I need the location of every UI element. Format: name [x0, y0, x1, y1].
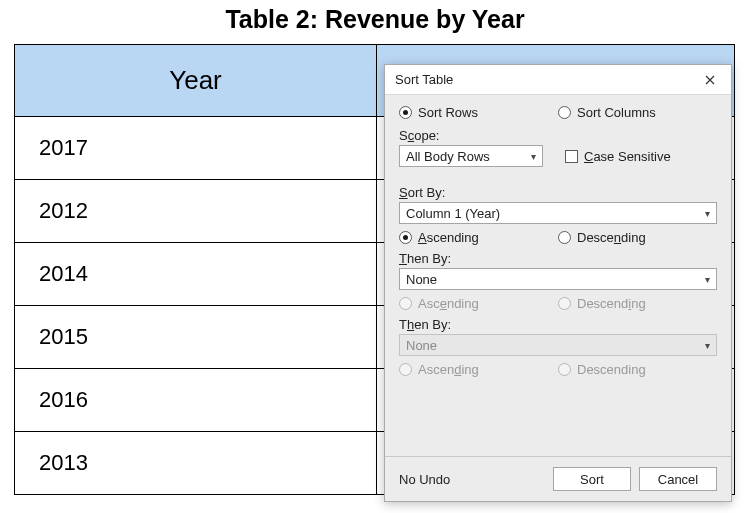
radio-icon [399, 297, 412, 310]
radio-icon [399, 363, 412, 376]
radio-icon [558, 231, 571, 244]
radio-label: Ascending [418, 296, 479, 311]
sort-table-dialog: Sort Table Sort Rows Sort Columns Scope:… [384, 64, 732, 502]
thenby1-label: Then By: [399, 251, 717, 266]
scope-select[interactable]: All Body Rows ▾ [399, 145, 543, 167]
radio-label: Descending [577, 296, 646, 311]
select-value: Column 1 (Year) [406, 206, 500, 221]
chevron-down-icon: ▾ [705, 274, 710, 285]
checkbox-icon [565, 150, 578, 163]
close-icon [705, 75, 715, 85]
radio-label: Ascending [418, 230, 479, 245]
radio-label: Sort Rows [418, 105, 478, 120]
chevron-down-icon: ▾ [705, 340, 710, 351]
checkbox-label: Case Sensitive [584, 149, 671, 164]
chevron-down-icon: ▾ [531, 151, 536, 162]
radio-icon [399, 106, 412, 119]
sortby-select[interactable]: Column 1 (Year) ▾ [399, 202, 717, 224]
sortby-label: Sort By: [399, 185, 717, 200]
year-cell[interactable]: 2016 [15, 369, 377, 432]
radio-label: Descending [577, 362, 646, 377]
radio-icon [558, 106, 571, 119]
year-cell[interactable]: 2014 [15, 243, 377, 306]
year-cell[interactable]: 2017 [15, 117, 377, 180]
thenby2-descending-radio: Descending [558, 362, 717, 377]
year-cell[interactable]: 2015 [15, 306, 377, 369]
chevron-down-icon: ▾ [705, 208, 710, 219]
radio-icon [558, 363, 571, 376]
case-sensitive-checkbox[interactable]: Case Sensitive [565, 149, 717, 164]
sortby-ascending-radio[interactable]: Ascending [399, 230, 558, 245]
no-undo-label: No Undo [399, 472, 545, 487]
thenby1-ascending-radio: Ascending [399, 296, 558, 311]
sortby-descending-radio[interactable]: Descending [558, 230, 717, 245]
thenby1-select[interactable]: None ▾ [399, 268, 717, 290]
year-cell[interactable]: 2013 [15, 432, 377, 495]
column-header-year[interactable]: Year [15, 45, 377, 117]
page-title: Table 2: Revenue by Year [0, 5, 750, 34]
thenby2-ascending-radio: Ascending [399, 362, 558, 377]
scope-label: Scope: [399, 128, 717, 143]
thenby2-select: None ▾ [399, 334, 717, 356]
radio-icon [558, 297, 571, 310]
radio-label: Descending [577, 230, 646, 245]
dialog-titlebar[interactable]: Sort Table [385, 65, 731, 95]
select-value: All Body Rows [406, 149, 490, 164]
select-value: None [406, 272, 437, 287]
dialog-title: Sort Table [395, 72, 453, 87]
sort-columns-radio[interactable]: Sort Columns [558, 105, 717, 120]
sort-button[interactable]: Sort [553, 467, 631, 491]
sort-rows-radio[interactable]: Sort Rows [399, 105, 558, 120]
radio-label: Sort Columns [577, 105, 656, 120]
close-button[interactable] [697, 69, 723, 91]
thenby1-descending-radio: Descending [558, 296, 717, 311]
radio-icon [399, 231, 412, 244]
year-cell[interactable]: 2012 [15, 180, 377, 243]
select-value: None [406, 338, 437, 353]
thenby2-label: Then By: [399, 317, 717, 332]
radio-label: Ascending [418, 362, 479, 377]
cancel-button[interactable]: Cancel [639, 467, 717, 491]
